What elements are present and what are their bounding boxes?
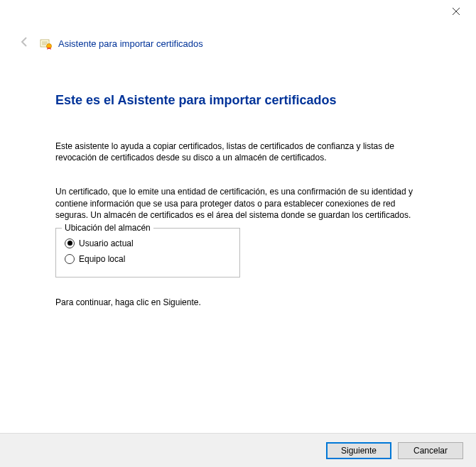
radio-icon bbox=[65, 254, 75, 264]
close-icon bbox=[453, 6, 460, 17]
continue-instruction: Para continuar, haga clic en Siguiente. bbox=[55, 297, 421, 307]
store-location-legend: Ubicación del almacén bbox=[62, 223, 153, 233]
wizard-header: Asistente para importar certificados bbox=[0, 0, 476, 52]
certificate-icon bbox=[40, 38, 53, 50]
store-location-group: Ubicación del almacén Usuario actual Equ… bbox=[55, 228, 240, 278]
wizard-content: Este es el Asistente para importar certi… bbox=[0, 52, 476, 307]
radio-label-current-user: Usuario actual bbox=[79, 238, 134, 248]
next-button[interactable]: Siguiente bbox=[326, 442, 391, 459]
intro-paragraph-2: Un certificado, que lo emite una entidad… bbox=[55, 186, 421, 221]
radio-label-local-machine: Equipo local bbox=[79, 254, 125, 264]
cancel-button[interactable]: Cancelar bbox=[398, 442, 463, 459]
radio-local-machine[interactable]: Equipo local bbox=[65, 251, 231, 267]
intro-paragraph-1: Este asistente lo ayuda a copiar certifi… bbox=[55, 141, 421, 163]
wizard-header-title: Asistente para importar certificados bbox=[58, 38, 203, 49]
wizard-footer: Siguiente Cancelar bbox=[0, 433, 476, 467]
radio-current-user[interactable]: Usuario actual bbox=[65, 236, 231, 251]
close-button[interactable] bbox=[445, 3, 467, 20]
radio-icon bbox=[65, 238, 75, 248]
page-title: Este es el Asistente para importar certi… bbox=[55, 93, 421, 108]
back-arrow-icon bbox=[16, 35, 34, 52]
